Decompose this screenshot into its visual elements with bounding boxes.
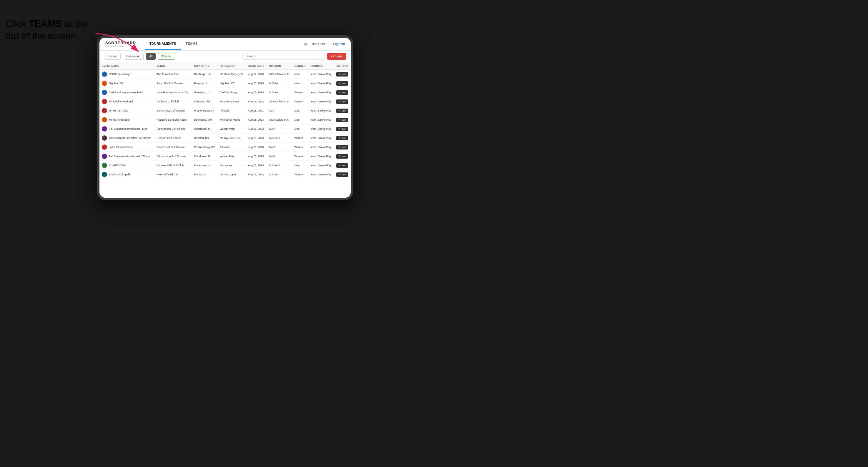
cell-event-name: M Maverick Invitational	[99, 97, 154, 106]
cell-hosted-by: William Penn	[217, 152, 246, 161]
cell-division: NJCAA II	[267, 133, 292, 143]
cell-gender: Men	[292, 70, 308, 79]
cell-city-state: Oskaloosa, IA	[192, 152, 217, 161]
edit-button[interactable]: ✎ Edit	[336, 173, 348, 177]
cell-event-name: H 2023 Women's Hesston Fall Kickoff	[99, 133, 154, 143]
edit-button[interactable]: ✎ Edit	[336, 81, 348, 86]
cell-gender: Women	[292, 170, 308, 179]
team-icon: W	[102, 154, 107, 159]
cell-venue: Cypress Hills Golf Club	[154, 161, 191, 170]
cell-venue: StoneCrest Golf Course	[154, 106, 191, 115]
cell-venue: Hesston Golf Course	[154, 133, 191, 143]
col-actions: ACTIONS	[334, 62, 351, 70]
cell-event-name: W Fall Statesmen Invitational - Men	[99, 124, 154, 133]
table-row: H Highland 36 Park Hills Golf Course Fre…	[99, 79, 351, 88]
event-name-text: Maverick Invitational	[109, 100, 133, 103]
edit-button[interactable]: ✎ Edit	[336, 90, 348, 95]
cell-division: NCAA Division III	[267, 115, 292, 124]
separator: |	[329, 42, 330, 45]
event-name-text: MSMC Qualifying 1	[109, 73, 132, 75]
table-row: V VU PREVIEW Cypress Hills Golf Club Vin…	[99, 161, 351, 170]
cell-start-date: Aug 28, 2023	[246, 97, 267, 106]
edit-button[interactable]: ✎ Edit	[336, 99, 348, 104]
cell-hosted-by: Minnesota-Morris	[217, 115, 246, 124]
cell-event-name: C Carl Sandburg Women FA23	[99, 88, 154, 97]
cell-actions: ✎ Edit	[334, 79, 351, 88]
tab-tournaments[interactable]: TOURNAMENTS	[145, 38, 181, 50]
cell-hosted-by: Vincennes	[217, 161, 246, 170]
sign-out-link[interactable]: Sign out	[333, 42, 345, 45]
team-icon: W	[102, 126, 107, 131]
col-gender: GENDER	[292, 62, 308, 70]
cell-scoring: team, Stroke Play	[308, 152, 334, 161]
edit-icon: ✎	[339, 173, 341, 176]
event-name-text: UPKE Fall Invite	[109, 109, 128, 112]
table-row: M Maverick Invitational Faribault Golf C…	[99, 97, 351, 106]
cell-division: NAIA	[267, 124, 292, 133]
competing-button[interactable]: Competing	[123, 53, 144, 60]
cell-city-state: Galesburg, IL	[192, 88, 217, 97]
table-row: U upike fall invitational StoneCrest Gol…	[99, 143, 351, 152]
cell-scoring: team, Stroke Play	[308, 170, 334, 179]
cell-hosted-by: Carl Sandburg	[217, 88, 246, 97]
edit-button[interactable]: ✎ Edit	[336, 72, 348, 76]
edit-button[interactable]: ✎ Edit	[336, 118, 348, 122]
cell-start-date: Aug 28, 2023	[246, 106, 267, 115]
edit-button[interactable]: ✎ Edit	[336, 163, 348, 168]
edit-button[interactable]: ✎ Edit	[336, 127, 348, 131]
cell-hosted-by: Mt. Saint Mary (NY)	[217, 70, 246, 79]
gear-icon[interactable]	[303, 41, 308, 46]
edit-icon: ✎	[339, 73, 341, 75]
cell-actions: ✎ Edit	[334, 152, 351, 161]
logo-area: SCOREBOARD Powered by clippit	[105, 41, 136, 47]
cell-scoring: team, Stroke Play	[308, 79, 334, 88]
cell-actions: ✎ Edit	[334, 133, 351, 143]
edit-icon: ✎	[339, 137, 341, 139]
edit-icon: ✎	[339, 155, 341, 158]
cell-hosted-by: Pikeville	[217, 143, 246, 152]
cell-venue: Edmundson Golf Course	[154, 124, 191, 133]
tablet-screen: SCOREBOARD Powered by clippit TOURNAMENT…	[99, 38, 351, 198]
cell-city-state: Faribault, MN	[192, 97, 217, 106]
cell-scoring: team, Stroke Play	[308, 97, 334, 106]
event-name-text: Klash at Kokopelli	[109, 173, 130, 176]
all-button[interactable]: All	[146, 53, 156, 60]
cell-hosted-by: William Penn	[217, 124, 246, 133]
cell-gender: Men	[292, 79, 308, 88]
cell-actions: ✎ Edit	[334, 161, 351, 170]
cell-gender: Women	[292, 152, 308, 161]
edit-button[interactable]: ✎ Edit	[336, 136, 348, 141]
team-icon: M	[102, 117, 107, 122]
filter-button[interactable]: ☰ Filter	[158, 53, 175, 60]
tablet-frame: SCOREBOARD Powered by clippit TOURNAMENT…	[97, 35, 353, 200]
logo-sub: Powered by clippit	[105, 45, 136, 47]
event-name-text: VU PREVIEW	[109, 164, 126, 167]
cell-event-name: K Klash at Kokopelli	[99, 170, 154, 179]
event-name-text: Highland 36	[109, 82, 123, 85]
cell-actions: ✎ Edit	[334, 115, 351, 124]
cell-event-name: W Fall Statesmen Invitational - Women	[99, 152, 154, 161]
cell-start-date: Aug 26, 2023	[246, 88, 267, 97]
team-icon: M	[102, 99, 107, 104]
hosting-button[interactable]: Hosting	[104, 53, 121, 60]
col-start-date: START DATE	[246, 62, 267, 70]
edit-button[interactable]: ✎ Edit	[336, 145, 348, 150]
create-button[interactable]: + Create	[327, 53, 346, 60]
col-city-state: CITY, STATE	[192, 62, 217, 70]
col-division: DIVISION	[267, 62, 292, 70]
edit-icon: ✎	[339, 128, 341, 130]
search-input[interactable]	[243, 53, 325, 60]
cell-division: NAIA	[267, 143, 292, 152]
cell-city-state: Hesston, KS	[192, 133, 217, 143]
table-row: M MSMC Qualifying 1 The Powelton Club Ne…	[99, 70, 351, 79]
annotation-text: Click TEAMS at thetop of the screen.	[6, 18, 88, 42]
tab-teams[interactable]: TEAMS	[181, 38, 203, 50]
cell-venue: Ruttger's Bay Lake Resort	[154, 115, 191, 124]
cell-city-state: Prestonsburg, KY	[192, 106, 217, 115]
edit-button[interactable]: ✎ Edit	[336, 108, 348, 113]
cell-division: NJCAA II	[267, 161, 292, 170]
cell-gender: Men	[292, 124, 308, 133]
edit-button[interactable]: ✎ Edit	[336, 154, 348, 159]
cell-division: NAIA	[267, 106, 292, 115]
cell-event-name: M Morris Invitational	[99, 115, 154, 124]
